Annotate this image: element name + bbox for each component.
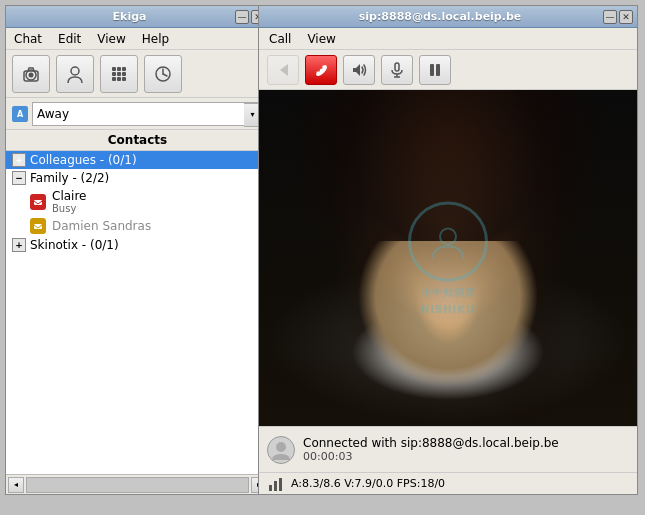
svg-rect-26	[436, 64, 440, 76]
svg-point-27	[440, 229, 456, 245]
status-bar: A Away ▾	[6, 98, 269, 130]
claire-status-icon	[30, 194, 46, 210]
history-button[interactable]	[144, 55, 182, 93]
svg-rect-30	[274, 481, 277, 491]
contacts-header: Contacts	[6, 130, 269, 151]
back-arrow-icon	[274, 61, 292, 79]
stats-icon	[267, 475, 285, 493]
svg-rect-8	[117, 72, 121, 76]
call-stats-bar: A:8.3/8.6 V:7.9/0.0 FPS:18/0	[259, 472, 637, 494]
call-connected-text: Connected with sip:8888@ds.local.beip.be	[303, 436, 559, 450]
watermark-circle	[408, 202, 488, 282]
status-away-icon: A	[12, 106, 28, 122]
contact-claire[interactable]: Claire Busy	[6, 187, 269, 216]
svg-rect-11	[117, 77, 121, 81]
ekiga-toolbar	[6, 50, 269, 98]
camera-icon	[20, 63, 42, 85]
contacts-button[interactable]	[56, 55, 94, 93]
svg-point-2	[29, 72, 34, 77]
claire-name: Claire	[52, 189, 86, 203]
svg-text:A: A	[17, 110, 24, 119]
call-menu-bar: Call View	[259, 28, 637, 50]
call-pause-button[interactable]	[419, 55, 451, 85]
svg-rect-6	[122, 67, 126, 71]
call-avatar	[267, 436, 295, 464]
svg-rect-4	[112, 67, 116, 71]
call-volume-button[interactable]	[343, 55, 375, 85]
call-duration: 00:00:03	[303, 450, 559, 463]
menu-chat[interactable]: Chat	[10, 30, 46, 48]
svg-rect-7	[112, 72, 116, 76]
call-minimize-button[interactable]: —	[603, 10, 617, 24]
expand-skinotix-button[interactable]: +	[12, 238, 26, 252]
expand-colleagues-button[interactable]: +	[12, 153, 26, 167]
claire-status: Busy	[52, 203, 86, 214]
ekiga-minimize-button[interactable]: —	[235, 10, 249, 24]
call-toolbar	[259, 50, 637, 90]
menu-help[interactable]: Help	[138, 30, 173, 48]
ekiga-title: Ekiga	[24, 10, 235, 23]
scroll-left-button[interactable]: ◂	[8, 477, 24, 493]
pause-icon	[425, 60, 445, 80]
svg-point-3	[71, 67, 79, 75]
svg-line-15	[163, 74, 167, 76]
call-menu-view[interactable]: View	[303, 30, 339, 48]
call-status-bar: Connected with sip:8888@ds.local.beip.be…	[259, 426, 637, 472]
svg-rect-22	[395, 63, 399, 71]
call-hangup-button[interactable]	[305, 55, 337, 85]
call-close-button[interactable]: ✕	[619, 10, 633, 24]
svg-marker-20	[280, 64, 288, 76]
menu-edit[interactable]: Edit	[54, 30, 85, 48]
hangup-icon	[311, 60, 331, 80]
horizontal-scrollbar: ◂ ▸	[6, 474, 269, 494]
svg-rect-31	[279, 478, 282, 491]
video-area: 小牛知识库 NISHIKU	[259, 90, 637, 426]
ekiga-window: Ekiga — ✕ Chat Edit View Help	[5, 5, 270, 495]
svg-rect-9	[122, 72, 126, 76]
group-family-label: Family - (2/2)	[30, 171, 109, 185]
call-status-text: Connected with sip:8888@ds.local.beip.be…	[303, 436, 559, 463]
svg-rect-12	[122, 77, 126, 81]
expand-family-button[interactable]: −	[12, 171, 26, 185]
call-window: sip:8888@ds.local.beip.be — ✕ Call View	[258, 5, 638, 495]
menu-view[interactable]: View	[93, 30, 129, 48]
damien-status-icon	[30, 218, 46, 234]
status-value[interactable]: Away	[33, 103, 244, 125]
group-skinotix[interactable]: + Skinotix - (0/1)	[6, 236, 269, 254]
damien-name: Damien Sandras	[52, 219, 151, 233]
call-title: sip:8888@ds.local.beip.be	[277, 10, 603, 23]
scroll-track[interactable]	[26, 477, 249, 493]
svg-rect-10	[112, 77, 116, 81]
watermark-text-bottom: NISHIKU	[421, 304, 475, 315]
call-menu-call[interactable]: Call	[265, 30, 295, 48]
chevron-down-icon: ▾	[250, 110, 254, 119]
svg-point-28	[276, 442, 286, 452]
watermark: 小牛知识库 NISHIKU	[408, 202, 488, 315]
claire-info: Claire Busy	[52, 189, 86, 214]
svg-rect-25	[430, 64, 434, 76]
group-colleagues[interactable]: + Colleagues - (0/1)	[6, 151, 269, 169]
camera-button[interactable]	[12, 55, 50, 93]
contact-damien[interactable]: Damien Sandras	[6, 216, 269, 236]
svg-marker-21	[353, 64, 360, 76]
dialpad-icon	[108, 63, 130, 85]
call-mute-button[interactable]	[381, 55, 413, 85]
ekiga-title-bar: Ekiga — ✕	[6, 6, 269, 28]
svg-rect-29	[269, 485, 272, 491]
person-icon	[64, 63, 86, 85]
call-back-button[interactable]	[267, 55, 299, 85]
mute-icon	[387, 60, 407, 80]
contacts-list: + Colleagues - (0/1) − Family - (2/2) Cl…	[6, 151, 269, 474]
dialpad-button[interactable]	[100, 55, 138, 93]
group-colleagues-label: Colleagues - (0/1)	[30, 153, 137, 167]
watermark-text-top: 小牛知识库	[421, 286, 476, 300]
svg-rect-5	[117, 67, 121, 71]
damien-info: Damien Sandras	[52, 219, 151, 233]
group-skinotix-label: Skinotix - (0/1)	[30, 238, 119, 252]
volume-icon	[349, 60, 369, 80]
ekiga-menu-bar: Chat Edit View Help	[6, 28, 269, 50]
call-stats-text: A:8.3/8.6 V:7.9/0.0 FPS:18/0	[291, 477, 445, 490]
call-title-bar: sip:8888@ds.local.beip.be — ✕	[259, 6, 637, 28]
group-family[interactable]: − Family - (2/2)	[6, 169, 269, 187]
call-title-buttons: — ✕	[603, 10, 633, 24]
